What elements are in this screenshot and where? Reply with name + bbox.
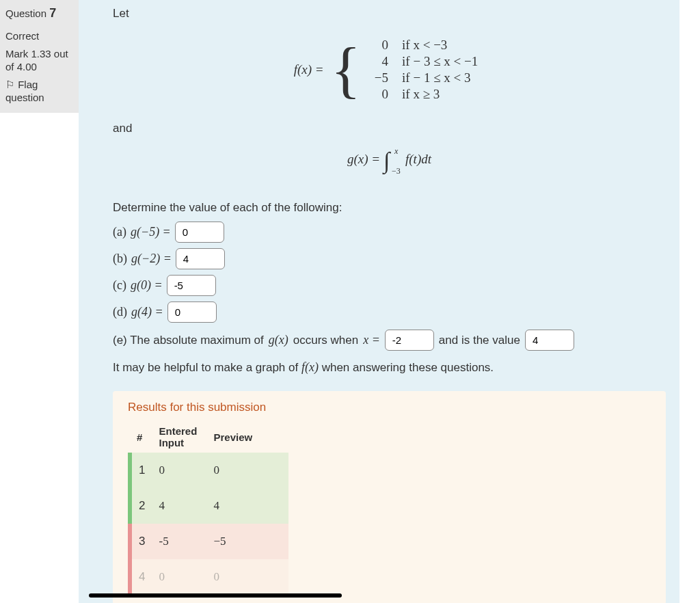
question-number-block: Question 7 <box>5 5 73 25</box>
part-c-row: (c) g(0) = <box>113 275 666 296</box>
question-sidebar: Question 7 Correct Mark 1.33 out of 4.00… <box>0 0 79 113</box>
part-b-label: (b) <box>113 252 127 266</box>
part-e-xeq: x = <box>363 333 380 347</box>
part-e-andis: and is the value <box>439 334 520 347</box>
gx-lhs: g(x) = <box>347 152 380 166</box>
fx-definition: f(x) = { 0if x < −3 4if − 3 ≤ x < −1 −5i… <box>113 37 666 103</box>
part-a-label: (a) <box>113 225 126 239</box>
question-label: Question <box>5 8 46 19</box>
part-c-label: (c) <box>113 278 126 293</box>
part-e-x-input[interactable] <box>385 330 434 351</box>
let-text: Let <box>113 7 666 21</box>
results-heading: Results for this submission <box>128 401 651 414</box>
part-b-input[interactable] <box>176 248 225 269</box>
flag-question-link[interactable]: ⚐ Flag question <box>5 78 73 105</box>
results-row: 1 0 0 <box>130 453 288 488</box>
part-d-input[interactable] <box>167 302 217 323</box>
part-e-pre: (e) The absolute maximum of <box>113 334 264 347</box>
results-row: 3 -5 −5 <box>130 524 288 559</box>
results-header-entered: Entered Input <box>152 421 206 453</box>
part-c-input[interactable] <box>167 275 216 296</box>
integral-upper: x <box>394 146 398 157</box>
helpful-hint: It may be helpful to make a graph of f(x… <box>113 360 666 375</box>
part-d-expr: g(4) = <box>131 305 163 319</box>
part-b-row: (b) g(−2) = <box>113 248 666 269</box>
part-a-expr: g(−5) = <box>131 225 171 239</box>
brace-icon: { <box>331 42 361 98</box>
results-table: # Entered Input Preview 1 0 0 2 4 4 3 -5 <box>128 421 288 595</box>
part-d-label: (d) <box>113 305 127 319</box>
part-c-expr: g(0) = <box>131 278 163 293</box>
results-header-num: # <box>130 421 152 453</box>
answer-parts: (a) g(−5) = (b) g(−2) = (c) g(0) = (d) g… <box>113 222 666 351</box>
integral-lower: −3 <box>392 166 401 176</box>
part-b-expr: g(−2) = <box>131 252 172 266</box>
horizontal-scrollbar[interactable] <box>89 593 342 598</box>
question-content: Let f(x) = { 0if x < −3 4if − 3 ≤ x < −1… <box>79 0 679 603</box>
part-a-input[interactable] <box>175 222 224 243</box>
results-row: 2 4 4 <box>130 488 288 524</box>
results-row: 4 0 0 <box>130 559 288 595</box>
and-text: and <box>113 122 666 135</box>
part-a-row: (a) g(−5) = <box>113 222 666 243</box>
part-e-mid: occurs when <box>293 334 358 347</box>
question-number: 7 <box>49 6 56 20</box>
flag-icon: ⚐ <box>5 78 15 92</box>
fx-lhs: f(x) = <box>294 62 324 77</box>
integrand: f(t)dt <box>393 152 431 166</box>
determine-text: Determine the value of each of the follo… <box>113 201 666 215</box>
integral-icon: ∫ x −3 <box>383 148 390 174</box>
part-d-row: (d) g(4) = <box>113 302 666 323</box>
part-e-row: (e) The absolute maximum of g(x) occurs … <box>113 330 666 351</box>
helpful-fx: f(x) <box>301 360 319 374</box>
question-mark: Mark 1.33 out of 4.00 <box>5 47 73 74</box>
part-e-gx: g(x) <box>269 333 288 347</box>
helpful-post: when answering these questions. <box>322 361 494 374</box>
helpful-pre: It may be helpful to make a graph of <box>113 361 298 374</box>
results-header-row: # Entered Input Preview <box>130 421 288 453</box>
gx-definition: g(x) = ∫ x −3 f(t)dt <box>113 148 666 174</box>
question-status: Correct <box>5 29 73 43</box>
results-panel: Results for this submission # Entered In… <box>113 391 666 603</box>
right-rail <box>679 0 700 603</box>
results-header-preview: Preview <box>206 421 288 453</box>
part-e-val-input[interactable] <box>525 330 574 351</box>
page-wrap: Question 7 Correct Mark 1.33 out of 4.00… <box>0 0 700 603</box>
piecewise-table: 0if x < −3 4if − 3 ≤ x < −1 −5if − 1 ≤ x… <box>368 37 485 103</box>
